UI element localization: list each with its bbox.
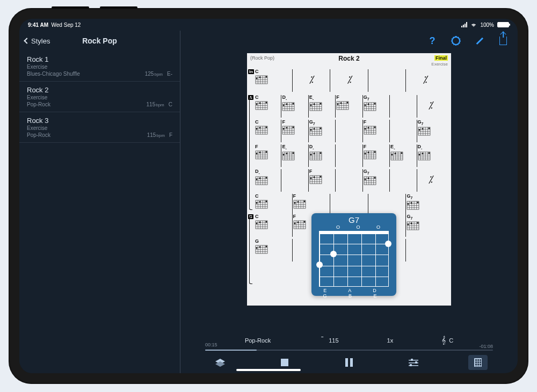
score-cell[interactable]: ⁒ (406, 69, 444, 92)
svg-point-261 (256, 223, 258, 224)
score-cell[interactable]: D- (417, 144, 444, 167)
svg-point-197 (266, 177, 267, 178)
score-cell[interactable]: C (255, 120, 281, 142)
score-cell[interactable] (368, 69, 407, 92)
svg-point-8 (256, 78, 258, 79)
pencil-icon (474, 35, 486, 47)
svg-point-217 (364, 178, 366, 180)
score-cell[interactable]: E- (281, 144, 308, 167)
score-sheet[interactable]: (Rock Pop) Final Rock 2 Exercise In A B (247, 53, 451, 306)
progress-bar[interactable]: 00:15 -01:08 (205, 347, 493, 353)
score-cell[interactable]: ⁒ (417, 169, 444, 192)
score-cell[interactable]: E- (390, 144, 417, 167)
score-cell[interactable]: G7 (363, 169, 390, 192)
svg-point-140 (283, 154, 285, 155)
time-remaining: -01:08 (479, 344, 493, 349)
score-cell[interactable]: F (363, 120, 390, 142)
svg-point-174 (395, 153, 396, 154)
score-subtype: Exercise (431, 62, 448, 67)
score-cell[interactable] (390, 95, 417, 118)
score-cell[interactable] (281, 169, 308, 192)
list-item[interactable]: Rock 2 Exercise Pop-Rock 115bpm C (19, 82, 180, 112)
layers-button[interactable] (211, 355, 230, 370)
svg-point-152 (313, 153, 315, 154)
score-cell[interactable] (406, 239, 444, 262)
player-key[interactable]: 𝄞C (441, 336, 453, 345)
song-list[interactable]: Rock 1 Exercise Blues-Chicago Shuffle 12… (19, 51, 180, 373)
svg-point-207 (313, 177, 315, 178)
svg-point-130 (259, 152, 261, 154)
score-cell[interactable]: D- (309, 144, 336, 167)
item-sub1: Exercise (27, 64, 172, 70)
score-cell[interactable]: F (281, 120, 308, 142)
svg-point-206 (310, 178, 311, 179)
score-cell[interactable] (336, 120, 362, 142)
sliders-icon (409, 359, 418, 366)
score-cell[interactable]: D- (255, 169, 281, 192)
score-cell[interactable]: ⁒ (417, 95, 444, 118)
player-style[interactable]: Pop-Rock (245, 337, 271, 344)
score-line: C ⁒⁒⁒ (255, 69, 444, 92)
score-cell[interactable]: C (255, 95, 281, 118)
score-cell[interactable]: F (336, 95, 362, 118)
player-controls (188, 355, 510, 370)
brace-a (249, 97, 252, 210)
score-cell[interactable]: ⁒ (330, 69, 368, 92)
chord-popup[interactable]: G7 O O O E A D G B E (311, 213, 396, 296)
score-cell[interactable]: G7 (363, 95, 390, 118)
svg-point-218 (367, 177, 369, 179)
score-stage[interactable]: (Rock Pop) Final Rock 2 Exercise In A B (180, 51, 518, 333)
time-elapsed: 00:15 (205, 342, 217, 347)
edit-button[interactable] (474, 35, 485, 47)
svg-point-251 (411, 202, 412, 204)
mixer-button[interactable] (404, 355, 423, 370)
share-button[interactable] (497, 35, 509, 47)
svg-point-75 (259, 127, 261, 129)
svg-point-86 (286, 127, 288, 129)
diagram-button[interactable] (468, 355, 488, 370)
svg-point-164 (374, 151, 375, 153)
home-indicator[interactable] (236, 369, 301, 371)
pause-button[interactable] (339, 355, 359, 370)
score-cell[interactable]: C (255, 214, 293, 237)
list-item[interactable]: Rock 3 Exercise Pop-Rock 115bpm F (19, 112, 180, 143)
score-cell[interactable]: G7 (417, 120, 444, 142)
score-cell[interactable]: G7 (406, 194, 444, 216)
score-cell[interactable]: D- (281, 95, 308, 118)
score-cell[interactable]: F (255, 144, 281, 167)
score-cell[interactable]: C (255, 194, 293, 216)
score-cell[interactable] (390, 169, 417, 192)
score-cell[interactable]: G (255, 239, 293, 262)
svg-point-108 (367, 127, 369, 129)
svg-point-262 (259, 222, 261, 223)
svg-point-9 (259, 77, 261, 78)
score-cell[interactable]: E- (309, 95, 336, 118)
player-speed[interactable]: 1x (387, 337, 394, 344)
score-cell[interactable]: F (309, 169, 336, 192)
help-button[interactable]: ? (426, 35, 438, 47)
score-cell[interactable]: C (255, 69, 293, 92)
svg-point-120 (428, 127, 430, 129)
score-cell[interactable]: ⁒ (293, 69, 331, 92)
score-cell[interactable]: G7 (309, 120, 336, 142)
list-item[interactable]: Rock 1 Exercise Blues-Chicago Shuffle 12… (19, 51, 180, 82)
score-cell[interactable]: G7 (406, 214, 444, 237)
svg-point-76 (266, 127, 267, 128)
settings-button[interactable] (450, 35, 462, 47)
svg-point-294 (256, 248, 258, 249)
svg-point-42 (313, 103, 315, 105)
svg-point-195 (256, 178, 258, 180)
score-cell[interactable] (390, 120, 417, 142)
back-button[interactable]: Styles (25, 37, 50, 45)
svg-point-184 (418, 154, 420, 155)
player-tempo[interactable]: 115 (319, 337, 338, 344)
score-cell[interactable] (336, 144, 362, 167)
score-cell[interactable]: F (363, 144, 390, 167)
status-date: Wed Sep 12 (52, 22, 81, 28)
score-cell[interactable] (336, 169, 362, 192)
stop-button[interactable] (275, 355, 294, 370)
item-sub1: Exercise (27, 95, 172, 101)
svg-point-43 (320, 103, 321, 104)
ipad-frame: 9:41 AM Wed Sep 12 100% Styles Rock Pop (9, 8, 528, 384)
svg-point-98 (320, 127, 321, 129)
